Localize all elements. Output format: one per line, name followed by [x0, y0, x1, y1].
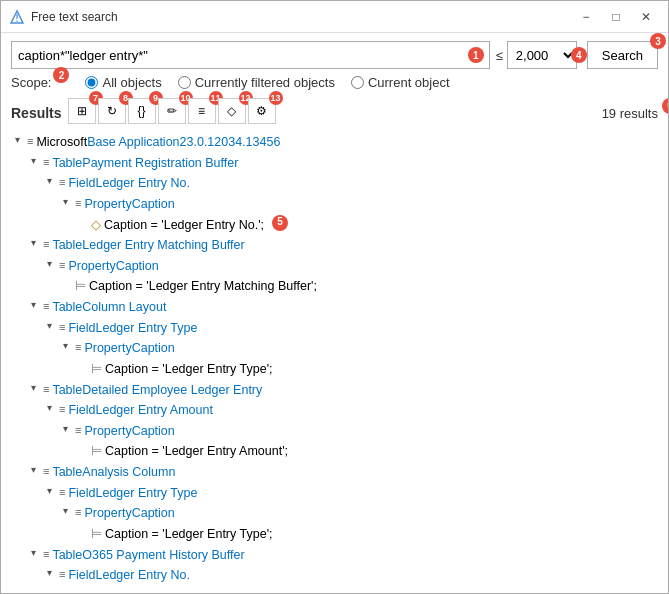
expand-icon[interactable]: ▾: [47, 256, 59, 273]
expand-icon[interactable]: ▾: [63, 503, 75, 520]
value-badge-5: 5: [272, 215, 288, 231]
property-name: Caption: [132, 421, 175, 442]
list-item[interactable]: ▾ ≡ Property Caption: [11, 256, 658, 277]
expand-icon[interactable]: ▾: [31, 297, 43, 314]
scope-row: Scope: 2 All objects Currently filtered …: [11, 75, 658, 90]
property-keyword: Property: [84, 338, 131, 359]
expand-icon: [79, 524, 91, 541]
search-btn-label: Search: [602, 48, 643, 63]
expand-icon[interactable]: ▾: [47, 173, 59, 190]
node-icon: ≡: [59, 318, 65, 336]
expand-icon[interactable]: ▾: [47, 483, 59, 500]
list-item[interactable]: ▾ ≡ Field Ledger Entry Type: [11, 483, 658, 504]
node-icon: ≡: [59, 483, 65, 501]
list-item[interactable]: ▾ ≡ Microsoft Base Application 23.0.1203…: [11, 132, 658, 153]
list-item[interactable]: ▾ ≡ Property Caption: [11, 503, 658, 524]
property-keyword: Property: [84, 503, 131, 524]
property-name: Caption: [116, 256, 159, 277]
expand-icon[interactable]: ▾: [63, 338, 75, 355]
app-name-blue: Base Application: [87, 132, 179, 153]
list-item[interactable]: ⊨ Caption = 'Ledger Entry Matching Buffe…: [11, 276, 658, 297]
list-item[interactable]: ▾ ≡ Table Detailed Employee Ledger Entry: [11, 380, 658, 401]
list-item[interactable]: ▾ ≡ Field Ledger Entry No.: [11, 173, 658, 194]
maximize-button[interactable]: □: [602, 7, 630, 27]
scope-option-current[interactable]: Current object: [351, 75, 450, 90]
node-icon: ≡: [75, 338, 81, 356]
expand-icon[interactable]: ▾: [47, 400, 59, 417]
search-badge-1: 1: [468, 47, 484, 63]
list-item[interactable]: ⊨ Caption = 'Ledger Entry Type';: [11, 359, 658, 380]
limit-label: ≤: [496, 48, 503, 63]
list-item[interactable]: ▾ ≡ Field Ledger Entry Amount: [11, 400, 658, 421]
field-keyword: Field: [68, 173, 95, 194]
table-keyword: Table: [52, 380, 82, 401]
list-item[interactable]: ▾ ≡ Table Payment Registration Buffer: [11, 153, 658, 174]
table-name: Ledger Entry Matching Buffer: [82, 235, 244, 256]
list-item[interactable]: ⊨ Caption = 'Ledger Entry Type';: [11, 524, 658, 545]
search-button[interactable]: Search: [587, 41, 658, 69]
field-keyword: Field: [68, 483, 95, 504]
list-item[interactable]: ▾ ≡ Field Ledger Entry Type: [11, 318, 658, 339]
list-item[interactable]: ▾ ≡ Property Caption: [11, 338, 658, 359]
eq-icon: ⊨: [91, 524, 102, 545]
list-item[interactable]: ▾ ≡ Table Column Layout: [11, 297, 658, 318]
expand-icon: [79, 441, 91, 458]
caption-value: Caption = 'Ledger Entry Type';: [105, 524, 273, 545]
field-name: Ledger Entry Amount: [96, 400, 213, 421]
expand-icon: [79, 359, 91, 376]
diamond-icon: ◇: [227, 104, 236, 118]
scope-option-filtered[interactable]: Currently filtered objects: [178, 75, 335, 90]
search-input-wrap: 1: [11, 41, 490, 69]
minimize-button[interactable]: −: [572, 7, 600, 27]
code-icon: {}: [138, 104, 146, 118]
toolbar: ⊞ 7 ↻ 8 {} 9 ✏: [68, 98, 276, 124]
expand-icon[interactable]: ▾: [63, 421, 75, 438]
list-item[interactable]: ▾ ≡ Table Ledger Entry Matching Buffer: [11, 235, 658, 256]
expand-icon[interactable]: ▾: [63, 194, 75, 211]
settings-icon: ⚙: [256, 104, 267, 118]
field-keyword: Field: [68, 400, 95, 421]
list-item[interactable]: ▾ ≡ Table O365 Payment History Buffer: [11, 545, 658, 566]
table-keyword: Table: [52, 545, 82, 566]
expand-icon[interactable]: ▾: [15, 132, 27, 149]
property-name: Caption: [132, 503, 175, 524]
property-name: Caption: [132, 194, 175, 215]
table-keyword: Table: [52, 153, 82, 174]
node-icon: ≡: [59, 256, 65, 274]
close-button[interactable]: ✕: [632, 7, 660, 27]
field-name: Ledger Entry No.: [96, 565, 191, 585]
table-name: Column Layout: [82, 297, 166, 318]
expand-icon[interactable]: ▾: [31, 235, 43, 252]
table-keyword: Table: [52, 297, 82, 318]
list-item[interactable]: ◇ Caption = 'Ledger Entry No.'; 5: [11, 215, 658, 236]
property-keyword: Property: [84, 421, 131, 442]
field-keyword: Field: [68, 565, 95, 585]
list-item[interactable]: ⊨ Caption = 'Ledger Entry Amount';: [11, 441, 658, 462]
expand-icon[interactable]: ▾: [31, 462, 43, 479]
list-item[interactable]: ▾ ≡ Property Caption: [11, 421, 658, 442]
expand-icon[interactable]: ▾: [31, 380, 43, 397]
search-input[interactable]: [11, 41, 490, 69]
results-area[interactable]: ▾ ≡ Microsoft Base Application 23.0.1203…: [11, 132, 658, 585]
node-icon: ≡: [75, 194, 81, 212]
expand-icon[interactable]: ▾: [31, 153, 43, 170]
expand-icon: [79, 215, 91, 232]
expand-icon[interactable]: ▾: [47, 318, 59, 335]
list-item[interactable]: ▾ ≡ Field Ledger Entry No.: [11, 565, 658, 585]
node-icon: ≡: [59, 173, 65, 191]
scope-filtered-label: Currently filtered objects: [195, 75, 335, 90]
list-item[interactable]: ▾ ≡ Property Caption: [11, 194, 658, 215]
main-window: Free text search − □ ✕ 1 ≤ 2,000 1,000 5…: [0, 0, 669, 594]
limit-select[interactable]: 2,000 1,000 5,000 10,000: [507, 41, 577, 69]
results-count: 19 results: [602, 106, 658, 121]
node-icon: ≡: [43, 545, 49, 563]
node-icon: ≡: [43, 380, 49, 398]
scope-option-all[interactable]: All objects: [85, 75, 161, 90]
table-name: Analysis Column: [82, 462, 175, 483]
eq-icon: ⊨: [91, 441, 102, 462]
list-item[interactable]: ▾ ≡ Table Analysis Column: [11, 462, 658, 483]
eq-icon: ⊨: [75, 276, 86, 297]
expand-icon[interactable]: ▾: [31, 545, 43, 562]
expand-icon[interactable]: ▾: [47, 565, 59, 582]
scope-all-label: All objects: [102, 75, 161, 90]
